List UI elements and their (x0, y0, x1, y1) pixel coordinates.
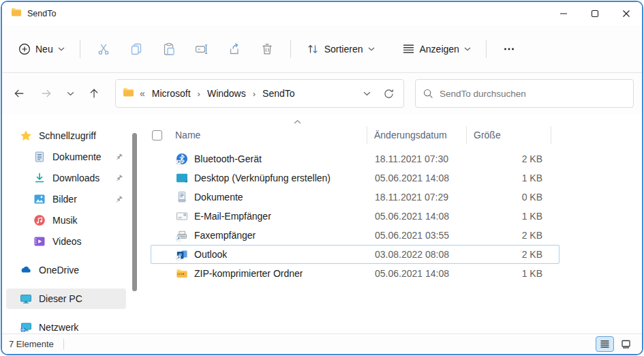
sidebar-item-label: Musik (52, 215, 126, 226)
folder-icon (11, 7, 22, 20)
column-header-date[interactable]: Änderungsdatum (367, 126, 467, 144)
breadcrumb-separator: › (198, 89, 200, 99)
zip-folder-icon (176, 267, 188, 280)
icons-view-icon (621, 340, 631, 349)
file-date: 05.06.2021 14:08 (368, 268, 467, 279)
details-view-icon (600, 340, 610, 348)
file-row-dokumente[interactable]: Dokumente 18.11.2021 07:29 0 KB (151, 188, 559, 207)
close-icon (622, 10, 630, 18)
nav-up-button[interactable] (82, 82, 106, 105)
arrow-right-icon (40, 87, 52, 100)
network-icon (20, 321, 32, 333)
file-date: 05.06.2021 14:08 (368, 211, 467, 222)
new-button-label: Neu (35, 44, 53, 55)
documents-icon (33, 151, 46, 163)
paste-button[interactable] (154, 37, 184, 61)
sidebar-scrollbar[interactable] (132, 133, 137, 291)
maximize-button[interactable] (579, 2, 611, 25)
file-name: Faxempfänger (194, 230, 256, 241)
share-button[interactable] (219, 37, 249, 61)
sidebar-item-downloads[interactable]: Downloads (6, 168, 126, 188)
copy-icon (129, 42, 143, 56)
sort-button-label: Sortieren (324, 44, 363, 55)
file-row-email-empfaenger[interactable]: E-Mail-Empfänger 05.06.2021 14:08 1 KB (151, 207, 559, 226)
download-icon (33, 172, 46, 184)
fax-icon (176, 229, 188, 241)
search-icon (423, 88, 433, 99)
file-size: 0 KB (467, 192, 552, 203)
toolbar-separator (290, 40, 291, 58)
sidebar-item-videos[interactable]: Videos (6, 231, 126, 252)
icons-view-button[interactable] (617, 336, 635, 352)
file-row-faxempfaenger[interactable]: Faxempfänger 05.06.2021 03:55 2 KB (151, 226, 559, 245)
folder-icon (123, 87, 134, 101)
pin-icon (114, 174, 123, 183)
file-name: Dokumente (194, 192, 243, 203)
address-bar[interactable]: « Microsoft › Windows › SendTo (115, 79, 404, 108)
delete-icon (260, 42, 274, 56)
more-options-button[interactable] (495, 38, 523, 61)
new-button[interactable]: Neu (12, 38, 72, 61)
file-date: 18.11.2021 07:30 (368, 153, 467, 164)
search-input[interactable] (440, 89, 626, 99)
sidebar-item-dieser-pc[interactable]: Dieser PC (6, 288, 126, 309)
nav-back-button[interactable] (7, 82, 31, 105)
minimize-button[interactable] (548, 2, 579, 25)
file-row-desktop-verknuepfung[interactable]: Desktop (Verknüpfung erstellen) 05.06.20… (151, 168, 559, 188)
select-all-checkbox[interactable] (152, 130, 162, 140)
sidebar-item-label: Dieser PC (39, 293, 126, 304)
chevron-down-icon (363, 91, 371, 96)
close-button[interactable] (611, 2, 642, 25)
column-header-name[interactable]: Name (168, 126, 367, 144)
rename-button[interactable] (187, 37, 217, 61)
file-name: E-Mail-Empfänger (194, 211, 271, 222)
file-size: 1 KB (467, 173, 552, 183)
refresh-button[interactable] (379, 84, 398, 103)
copy-button[interactable] (121, 37, 151, 61)
command-bar: Neu Sortieren Anzeigen (2, 25, 642, 73)
file-name: Bluetooth-Gerät (194, 153, 262, 164)
breadcrumb-item-windows[interactable]: Windows (207, 88, 246, 99)
address-dropdown-button[interactable] (357, 84, 376, 103)
file-row-outlook[interactable]: Outlook 03.08.2022 08:08 2 KB (151, 245, 559, 264)
file-row-zip-ordner[interactable]: ZIP-komprimierter Ordner 05.06.2021 14:0… (151, 264, 559, 283)
toolbar-separator (80, 40, 80, 58)
breadcrumb-item-microsoft[interactable]: Microsoft (152, 88, 191, 99)
nav-forward-button[interactable] (35, 82, 58, 105)
breadcrumb-overflow[interactable]: « (140, 88, 145, 99)
star-icon (20, 130, 32, 142)
file-size: 1 KB (467, 268, 552, 279)
nav-recent-button[interactable] (62, 82, 78, 105)
sidebar-item-dokumente[interactable]: Dokumente (6, 147, 126, 167)
file-row-bluetooth-geraet[interactable]: Bluetooth-Gerät 18.11.2021 07:30 2 KB (151, 149, 559, 168)
onedrive-icon (20, 264, 32, 276)
column-header-size[interactable]: Größe (467, 126, 551, 144)
chevron-down-icon (58, 47, 65, 51)
toolbar-separator (486, 40, 487, 58)
sidebar-item-label: Videos (52, 236, 126, 247)
sidebar-item-label: Downloads (52, 173, 108, 183)
file-size: 2 KB (467, 249, 552, 260)
outlook-icon (176, 248, 188, 261)
details-view-button[interactable] (596, 336, 614, 352)
main-area: Schnellzugriff Dokumente Downloads Bilde… (2, 114, 642, 333)
search-box[interactable] (415, 79, 634, 108)
sort-button[interactable]: Sortieren (299, 37, 382, 61)
file-name: Desktop (Verknüpfung erstellen) (194, 173, 331, 183)
view-button[interactable]: Anzeigen (395, 37, 478, 61)
title-bar: SendTo (2, 2, 642, 25)
sidebar-item-musik[interactable]: Musik (6, 210, 126, 231)
sort-ascending-caret-icon (294, 119, 301, 124)
cut-button[interactable] (89, 37, 119, 61)
pictures-icon (33, 193, 46, 205)
file-date: 18.11.2021 07:29 (368, 192, 467, 203)
window-title: SendTo (27, 9, 56, 18)
paste-icon (162, 42, 176, 56)
delete-button[interactable] (252, 37, 282, 61)
sidebar-item-bilder[interactable]: Bilder (6, 189, 126, 209)
sidebar-item-netzwerk[interactable]: Netzwerk (6, 317, 126, 338)
sidebar-item-onedrive[interactable]: OneDrive (6, 260, 126, 280)
cut-icon (97, 42, 110, 56)
sidebar-item-schnellzugriff[interactable]: Schnellzugriff (6, 125, 126, 146)
breadcrumb-item-sendto[interactable]: SendTo (262, 88, 294, 99)
